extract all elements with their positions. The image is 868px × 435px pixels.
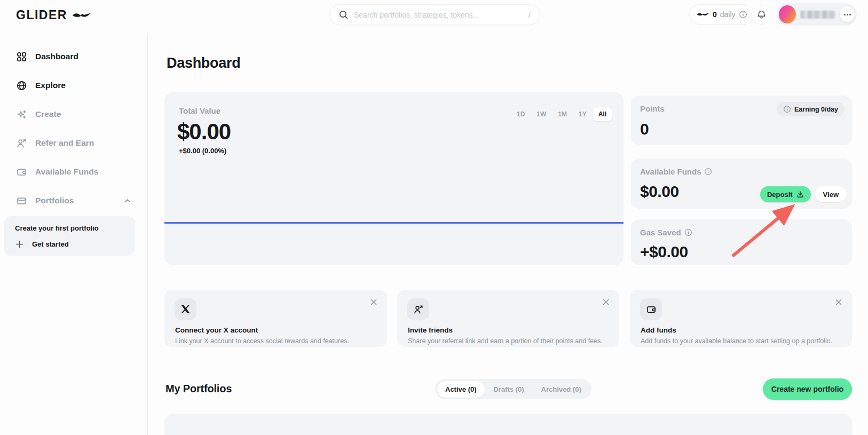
close-icon bbox=[835, 298, 842, 306]
info-icon[interactable] bbox=[739, 10, 747, 19]
total-value-card: Total Value $0.00 +$0.00 (0.00%) 1D 1W 1… bbox=[164, 92, 624, 265]
gas-saved-amount: +$0.00 bbox=[640, 243, 688, 261]
sidebar-item-available-funds[interactable]: Available Funds bbox=[0, 157, 147, 186]
bird-icon bbox=[72, 11, 91, 19]
add-funds-card: Add funds Add funds to your available ba… bbox=[630, 290, 852, 347]
gas-saved-card: Gas Saved +$0.00 bbox=[631, 219, 852, 265]
deposit-button[interactable]: Deposit bbox=[760, 186, 811, 202]
invite-friends-card: Invite friends Share your referral link … bbox=[397, 290, 619, 347]
promo-title: Add funds bbox=[641, 326, 676, 334]
sidebar-item-label: Dashboard bbox=[35, 52, 78, 61]
sidebar-item-label: Create bbox=[35, 109, 61, 119]
points-card: Points Earning 0/day 0 bbox=[631, 96, 852, 145]
promo-description: Share your referral link and earn a port… bbox=[408, 337, 603, 345]
range-1m[interactable]: 1M bbox=[553, 107, 572, 121]
create-new-portfolio-button[interactable]: Create new portfolio bbox=[763, 378, 852, 400]
redacted-username bbox=[800, 11, 836, 19]
plus-icon bbox=[15, 240, 24, 249]
promo-title: Connect your X account bbox=[175, 326, 258, 334]
sidebar-item-explore[interactable]: Explore bbox=[0, 71, 147, 100]
daily-points-pill[interactable]: 0 daily bbox=[689, 4, 755, 25]
available-funds-card: Available Funds $0.00 Deposit View bbox=[631, 159, 852, 209]
sidebar-item-dashboard[interactable]: Dashboard bbox=[0, 42, 147, 71]
bell-icon bbox=[756, 10, 767, 20]
promo-title: Invite friends bbox=[408, 326, 453, 334]
get-started-label: Get started bbox=[32, 240, 69, 248]
range-1d[interactable]: 1D bbox=[511, 107, 530, 121]
total-value-change: +$0.00 (0.00%) bbox=[179, 147, 226, 155]
ellipsis-icon bbox=[844, 14, 846, 15]
total-value-amount: $0.00 bbox=[177, 119, 231, 145]
notifications-button[interactable] bbox=[751, 4, 771, 25]
time-range-selector: 1D 1W 1M 1Y All bbox=[511, 107, 612, 121]
sidebar: Dashboard Explore Create Refer and Earn … bbox=[0, 34, 148, 435]
sidebar-item-portfolios[interactable]: Portfolios bbox=[0, 186, 147, 215]
flat-value-chart-line bbox=[164, 222, 624, 224]
tab-active[interactable]: Active (0) bbox=[437, 381, 485, 398]
sparkles-icon bbox=[16, 109, 27, 120]
view-label: View bbox=[823, 191, 839, 199]
account-menu[interactable] bbox=[777, 3, 857, 26]
close-icon bbox=[370, 298, 377, 306]
range-1w[interactable]: 1W bbox=[531, 107, 551, 121]
info-icon bbox=[783, 105, 791, 113]
page-title: Dashboard bbox=[167, 55, 240, 72]
search-input[interactable] bbox=[354, 11, 523, 19]
globe-icon bbox=[16, 80, 27, 91]
portfolio-list-card bbox=[164, 414, 852, 435]
avatar bbox=[779, 5, 796, 23]
portfolio-icon bbox=[16, 195, 27, 207]
deposit-label: Deposit bbox=[767, 191, 793, 199]
search-bar[interactable]: / bbox=[329, 4, 540, 25]
daily-label: daily bbox=[720, 10, 736, 19]
close-button[interactable] bbox=[834, 297, 843, 307]
bird-icon bbox=[697, 12, 709, 17]
gas-saved-label: Gas Saved bbox=[640, 228, 681, 237]
person-plus-icon bbox=[407, 298, 429, 320]
grid-icon bbox=[16, 51, 27, 62]
points-label: Points bbox=[640, 104, 665, 113]
sidebar-item-label: Explore bbox=[35, 81, 66, 90]
available-funds-label: Available Funds bbox=[640, 167, 701, 176]
sidebar-item-label: Portfolios bbox=[35, 196, 74, 205]
person-arrow-icon bbox=[16, 138, 27, 149]
sidebar-item-create[interactable]: Create bbox=[0, 100, 147, 129]
portfolio-tabs: Active (0) Drafts (0) Archived (0) bbox=[435, 379, 591, 399]
create-first-portfolio-box: Create your first portfolio Get started bbox=[4, 216, 135, 256]
sidebar-item-refer-and-earn[interactable]: Refer and Earn bbox=[0, 129, 147, 157]
wallet-icon bbox=[640, 298, 662, 320]
more-options-button[interactable] bbox=[840, 6, 855, 22]
brand-logo[interactable]: GLIDER bbox=[16, 8, 91, 22]
connect-x-card: Connect your X account Link your X accou… bbox=[164, 290, 387, 347]
wallet-icon bbox=[16, 167, 27, 178]
total-value-label: Total Value bbox=[179, 106, 220, 115]
close-button[interactable] bbox=[369, 297, 378, 307]
chevron-up-icon[interactable] bbox=[124, 197, 131, 204]
close-icon bbox=[602, 298, 610, 306]
create-first-portfolio-title: Create your first portfolio bbox=[15, 224, 135, 232]
earning-rate-badge: Earning 0/day bbox=[777, 102, 845, 116]
info-icon[interactable] bbox=[704, 168, 712, 176]
brand-name: GLIDER bbox=[16, 8, 67, 22]
daily-count: 0 bbox=[713, 10, 717, 19]
sidebar-item-label: Refer and Earn bbox=[35, 138, 94, 148]
search-icon bbox=[338, 10, 349, 20]
top-bar: GLIDER / 0 daily bbox=[0, 0, 868, 34]
search-shortcut-key: / bbox=[528, 10, 531, 19]
range-all[interactable]: All bbox=[593, 107, 612, 121]
tab-drafts[interactable]: Drafts (0) bbox=[486, 381, 532, 398]
close-button[interactable] bbox=[601, 297, 611, 307]
available-funds-amount: $0.00 bbox=[640, 183, 679, 201]
get-started-button[interactable]: Get started bbox=[15, 240, 135, 249]
range-1y[interactable]: 1Y bbox=[573, 107, 592, 121]
view-funds-button[interactable]: View bbox=[815, 186, 847, 202]
points-value: 0 bbox=[640, 120, 649, 138]
earning-rate-text: Earning 0/day bbox=[794, 106, 838, 113]
my-portfolios-title: My Portfolios bbox=[165, 383, 232, 395]
info-icon[interactable] bbox=[684, 228, 692, 236]
x-logo-icon bbox=[175, 298, 196, 320]
sidebar-item-label: Available Funds bbox=[35, 167, 98, 177]
tab-archived[interactable]: Archived (0) bbox=[533, 381, 589, 398]
download-icon bbox=[796, 191, 804, 198]
promo-description: Link your X account to access social rew… bbox=[175, 337, 349, 345]
